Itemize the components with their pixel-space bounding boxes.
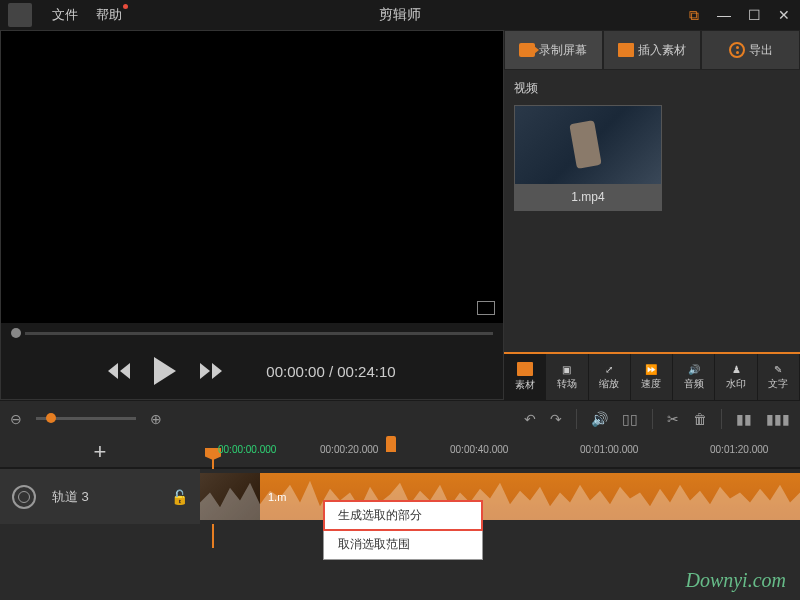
camera-icon (618, 43, 634, 57)
sidebar: 录制屏幕 插入素材 导出 视频 1.mp4 素材 ▣转场 ⤢缩放 ⏩速度 🔊音频 (504, 30, 800, 400)
video-clip[interactable]: 1.m (200, 473, 800, 520)
fullscreen-icon[interactable] (477, 301, 495, 315)
lock-icon[interactable]: 🔓 (171, 489, 188, 505)
ruler-tick: 00:01:00.000 (580, 444, 638, 455)
cursor-time: 00:00:00.000 (218, 444, 276, 455)
levels-button[interactable]: ▮▮ (736, 411, 752, 427)
preview-panel: 00:00:00 / 00:24:10 (0, 30, 504, 400)
zoom-slider[interactable] (36, 417, 136, 420)
material-icon (517, 362, 533, 376)
record-icon (519, 43, 535, 57)
total-time: 00:24:10 (337, 363, 395, 380)
track-header[interactable]: 轨道 3 🔓 (0, 469, 200, 524)
menu-help-label: 帮助 (96, 7, 122, 22)
titlebar: 文件 帮助 剪辑师 ⧉ — ☐ ✕ (0, 0, 800, 30)
notification-dot (123, 4, 128, 9)
current-time: 00:00:00 (266, 363, 324, 380)
track-name: 轨道 3 (52, 488, 155, 506)
ruler-tick: 00:01:20.000 (710, 444, 768, 455)
zoom-out-button[interactable]: ⊖ (10, 411, 22, 427)
menu-help[interactable]: 帮助 (96, 6, 122, 24)
user-avatar[interactable] (8, 3, 32, 27)
main-area: 00:00:00 / 00:24:10 录制屏幕 插入素材 导出 视频 1.mp (0, 30, 800, 400)
timeline-toolbar: ⊖ ⊕ ↶ ↷ 🔊 ▯▯ ✂ 🗑 ▮▮ ▮▮▮ (0, 400, 800, 436)
menu-file[interactable]: 文件 (52, 6, 78, 24)
zoom-in-button[interactable]: ⊕ (150, 411, 162, 427)
ruler-tick: 00:00:40.000 (450, 444, 508, 455)
site-watermark: Downyi.com (685, 569, 786, 592)
restore-button[interactable]: ⧉ (686, 7, 702, 24)
tool-tabs: 素材 ▣转场 ⤢缩放 ⏩速度 🔊音频 ♟水印 ✎文字 (504, 352, 800, 400)
app-title: 剪辑师 (379, 6, 421, 24)
media-panel: 视频 1.mp4 (504, 70, 800, 352)
selection-end-handle[interactable] (386, 436, 396, 452)
timeline-ruler[interactable]: + 00:00:00.000 00:00:20.000 00:00:40.000… (0, 436, 800, 468)
track-type-icon (12, 485, 36, 509)
track-body[interactable]: 1.m (200, 469, 800, 524)
time-display: 00:00:00 / 00:24:10 (266, 363, 395, 380)
window-controls: ⧉ — ☐ ✕ (686, 7, 792, 24)
tab-text[interactable]: ✎文字 (758, 354, 800, 400)
export-button[interactable]: 导出 (701, 30, 800, 70)
maximize-button[interactable]: ☐ (746, 7, 762, 24)
reel-icon (729, 42, 745, 58)
minimize-button[interactable]: — (716, 7, 732, 24)
ruler-body[interactable]: 00:00:00.000 00:00:20.000 00:00:40.000 0… (200, 436, 800, 467)
text-label: 文字 (768, 377, 788, 391)
seek-bar[interactable] (1, 323, 503, 343)
add-track-button[interactable]: + (94, 439, 107, 465)
material-label: 素材 (515, 378, 535, 392)
tab-watermark[interactable]: ♟水印 (715, 354, 757, 400)
context-menu: 生成选取的部分 取消选取范围 (323, 500, 483, 560)
media-section-label: 视频 (514, 80, 790, 97)
record-label: 录制屏幕 (539, 42, 587, 59)
audio-label: 音频 (684, 377, 704, 391)
cut-button[interactable]: ✂ (667, 411, 679, 427)
rewind-button[interactable] (108, 363, 130, 379)
zoom-handle[interactable] (46, 413, 56, 423)
ctx-cancel-selection[interactable]: 取消选取范围 (324, 530, 482, 559)
redo-button[interactable]: ↷ (550, 411, 562, 427)
media-thumbnail[interactable]: 1.mp4 (514, 105, 662, 211)
delete-button[interactable]: 🗑 (693, 411, 707, 427)
seek-handle[interactable] (11, 328, 21, 338)
transition-label: 转场 (557, 377, 577, 391)
tab-scale[interactable]: ⤢缩放 (589, 354, 631, 400)
ctx-generate-selection[interactable]: 生成选取的部分 (324, 501, 482, 530)
undo-button[interactable]: ↶ (524, 411, 536, 427)
split-button[interactable]: ▯▯ (622, 411, 638, 427)
play-button[interactable] (154, 357, 176, 385)
tab-speed[interactable]: ⏩速度 (631, 354, 673, 400)
volume-button[interactable]: 🔊 (591, 411, 608, 427)
close-button[interactable]: ✕ (776, 7, 792, 24)
sidebar-top-buttons: 录制屏幕 插入素材 导出 (504, 30, 800, 70)
speed-label: 速度 (641, 377, 661, 391)
export-label: 导出 (749, 42, 773, 59)
insert-label: 插入素材 (638, 42, 686, 59)
insert-media-button[interactable]: 插入素材 (603, 30, 702, 70)
thumbnail-label: 1.mp4 (515, 184, 661, 210)
tab-audio[interactable]: 🔊音频 (673, 354, 715, 400)
tab-material[interactable]: 素材 (504, 354, 546, 400)
seek-track[interactable] (25, 332, 493, 335)
ruler-tick: 00:00:20.000 (320, 444, 378, 455)
tab-transition[interactable]: ▣转场 (546, 354, 588, 400)
add-track-area: + (0, 436, 200, 467)
waveform (200, 473, 800, 520)
watermark-label: 水印 (726, 377, 746, 391)
forward-button[interactable] (200, 363, 222, 379)
video-preview[interactable] (1, 31, 503, 323)
playback-controls: 00:00:00 / 00:24:10 (1, 343, 503, 399)
scale-label: 缩放 (599, 377, 619, 391)
record-screen-button[interactable]: 录制屏幕 (504, 30, 603, 70)
levels2-button[interactable]: ▮▮▮ (766, 411, 790, 427)
thumbnail-image (515, 106, 661, 184)
